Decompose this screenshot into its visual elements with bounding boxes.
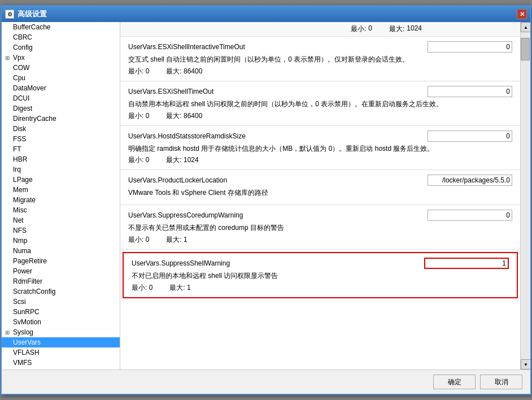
setting-desc-hostdstatsstoreramdisksize: 明确指定 ramdisk hostd 用于存储统计信息的大小（MB，默认值为 0… [128,144,512,154]
sidebar-item-lpage[interactable]: LPage [2,175,120,185]
setting-key-suppresscoredumpwarning: UserVars.SuppressCoredumpWarning [128,211,243,219]
sidebar-item-digest[interactable]: Digest [2,103,120,114]
sidebar-label-vpx: Vpx [13,54,25,62]
sidebar-label-dcui: DCUI [13,94,29,102]
sidebar-item-cow[interactable]: COW [2,63,120,73]
setting-max-suppressshellwarning: 最大: 1 [169,283,190,293]
setting-key-suppressshellwarning: UserVars.SuppressShellWarning [132,259,230,267]
setting-header-suppresscoredumpwarning: UserVars.SuppressCoredumpWarning [128,210,512,221]
setting-desc-suppresscoredumpwarning: 不显示有关已禁用或未配置的 coredump 目标的警告 [128,223,512,233]
sidebar-item-mem[interactable]: Mem [2,185,120,195]
setting-input-suppressshellwarning[interactable] [424,258,509,269]
scroll-track[interactable] [521,32,530,359]
setting-range-esxishelltimeout: 最小: 0最大: 86400 [128,111,512,121]
sidebar-item-sunrpc[interactable]: SunRPC [2,307,120,317]
setting-group-esxishelltimeout: UserVars.ESXiShellTimeOut自动禁用本地和远程 shell… [120,81,520,126]
scroll-up-button[interactable]: ▲ [521,22,530,32]
setting-group-hostdstatsstoreramdisksize: UserVars.HostdStatsstoreRamdiskSize明确指定 … [120,126,520,171]
sidebar-label-irq: Irq [13,166,21,173]
sidebar-item-net[interactable]: Net [2,215,120,225]
title-bar: ⚙ 高级设置 ✕ [2,6,530,22]
header-min-label: 最小: [351,24,366,34]
sidebar-list: BufferCache CBRC Config⊞Vpx COW Cpu Data… [2,22,120,369]
setting-key-hostdstatsstoreramdisksize: UserVars.HostdStatsstoreRamdiskSize [128,132,246,140]
setting-max-hostdstatsstoreramdisksize: 最大: 1024 [166,155,198,165]
sidebar-label-digest: Digest [13,105,32,112]
sidebar-label-ft: FT [13,145,21,153]
setting-min-esxishelltimeout: 最小: 0 [128,111,149,121]
close-button[interactable]: ✕ [517,9,527,19]
sidebar-label-numa: Numa [13,247,31,255]
setting-input-hostdstatsstoreramdisksize[interactable] [428,131,512,142]
sidebar-item-irq[interactable]: Irq [2,164,120,175]
sidebar-item-hbr[interactable]: HBR [2,154,120,164]
sidebar-item-power[interactable]: Power [2,266,120,276]
sidebar-item-nfs[interactable]: NFS [2,225,120,236]
setting-range-suppresscoredumpwarning: 最小: 0最大: 1 [128,235,512,245]
setting-range-suppressshellwarning: 最小: 0最大: 1 [132,283,509,293]
scroll-thumb[interactable] [521,38,530,60]
setting-input-suppresscoredumpwarning[interactable] [428,210,512,221]
sidebar-item-ft[interactable]: FT [2,144,120,154]
setting-desc-suppressshellwarning: 不对已启用的本地和远程 shell 访问权限显示警告 [132,271,509,281]
sidebar-item-numa[interactable]: Numa [2,246,120,256]
setting-min-suppressshellwarning: 最小: 0 [132,283,152,293]
sidebar-item-scratchconfig[interactable]: ScratchConfig [2,286,120,297]
setting-group-esxishellinteractivetimeout: UserVars.ESXiShellInteractiveTimeOut交互式 … [120,37,520,81]
title-bar-left: ⚙ 高级设置 [5,9,47,19]
sidebar-item-cbrc[interactable]: CBRC [2,32,120,42]
setting-input-esxishelltimeout[interactable] [428,86,512,97]
setting-input-productlockerlocation[interactable] [428,175,512,186]
setting-desc-esxishellinteractivetimeout: 交互式 shell 自动注销之前的闲置时间（以秒为单位，0 表示禁用）。仅对新登… [128,55,512,64]
sidebar-item-svmotion[interactable]: SvMotion [2,317,120,327]
sidebar-label-disk: Disk [13,125,26,133]
sidebar-label-direntrycache: DirentryCache [13,115,56,123]
sidebar-label-syslog: Syslog [13,328,33,336]
confirm-button[interactable]: 确定 [433,375,476,389]
sidebar-label-rdmfilter: RdmFilter [13,277,42,285]
sidebar-item-cpu[interactable]: Cpu [2,73,120,83]
sidebar-item-datamover[interactable]: DataMover [2,83,120,93]
sidebar-item-uservars[interactable]: UserVars [2,337,120,347]
sidebar-label-net: Net [13,216,24,224]
setting-input-esxishellinteractivetimeout[interactable] [428,41,512,53]
scroll-down-button[interactable]: ▼ [521,359,530,369]
sidebar-item-fss[interactable]: FSS [2,134,120,144]
sidebar-item-config[interactable]: Config [2,42,120,53]
sidebar-label-vmfs: VMFS [13,359,32,367]
sidebar-item-syslog[interactable]: ⊞Syslog [2,327,120,337]
sidebar-item-disk[interactable]: Disk [2,124,120,134]
sidebar-item-misc[interactable]: Misc [2,205,120,215]
header-min-value: 0 [368,24,372,34]
cancel-button[interactable]: 取消 [480,375,522,389]
sidebar-item-vmfs[interactable]: VMFS [2,358,120,368]
sidebar-item-migrate[interactable]: Migrate [2,195,120,205]
setting-min-suppresscoredumpwarning: 最小: 0 [128,235,149,245]
sidebar-item-rdmfilter[interactable]: RdmFilter [2,276,120,286]
sidebar: BufferCache CBRC Config⊞Vpx COW Cpu Data… [2,22,120,369]
sidebar-item-vflash[interactable]: VFLASH [2,347,120,358]
setting-max-esxishellinteractivetimeout: 最大: 86400 [166,67,202,76]
setting-header-esxishellinteractivetimeout: UserVars.ESXiShellInteractiveTimeOut [128,41,512,53]
sidebar-item-pageretire[interactable]: PageRetire [2,256,120,266]
setting-min-esxishellinteractivetimeout: 最小: 0 [128,67,149,76]
settings-scroll: 最小: 0 最大: 1024 UserVars.ESXiShellInterac… [120,22,520,369]
setting-desc-esxishelltimeout: 自动禁用本地和远程 shell 访问权限之前的时间（以秒为单位，0 表示禁用）。… [128,99,512,109]
sidebar-label-lpage: LPage [13,176,33,184]
sidebar-label-cpu: Cpu [13,74,25,82]
sidebar-item-buffercache[interactable]: BufferCache [2,22,120,32]
sidebar-item-direntrycache[interactable]: DirentryCache [2,114,120,124]
setting-header-suppressshellwarning: UserVars.SuppressShellWarning [132,258,509,269]
sidebar-item-vpx[interactable]: ⊞Vpx [2,53,120,63]
setting-header-hostdstatsstoreramdisksize: UserVars.HostdStatsstoreRamdiskSize [128,131,512,142]
setting-header-esxishelltimeout: UserVars.ESXiShellTimeOut [128,86,512,97]
sidebar-label-migrate: Migrate [13,196,36,204]
content-area: BufferCache CBRC Config⊞Vpx COW Cpu Data… [2,22,530,369]
sidebar-label-scratchconfig: ScratchConfig [13,288,55,295]
right-panel: 最小: 0 最大: 1024 UserVars.ESXiShellInterac… [120,22,530,369]
sidebar-label-uservars: UserVars [13,338,41,346]
sidebar-label-nfs: NFS [13,227,27,234]
sidebar-item-scsi[interactable]: Scsi [2,297,120,307]
sidebar-item-nmp[interactable]: Nmp [2,236,120,246]
sidebar-item-dcui[interactable]: DCUI [2,93,120,103]
